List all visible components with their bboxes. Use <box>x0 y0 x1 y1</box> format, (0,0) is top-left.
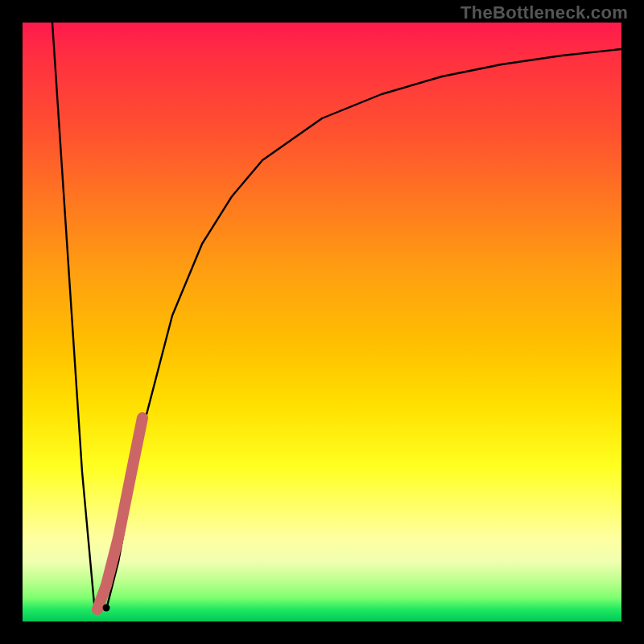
chart-svg <box>23 23 621 621</box>
highlight-segment <box>97 418 142 609</box>
curve-minimum-dot <box>103 605 110 612</box>
bottleneck-curve <box>52 23 621 609</box>
plot-area <box>23 23 621 621</box>
chart-frame: TheBottleneck.com <box>0 0 644 644</box>
watermark-text: TheBottleneck.com <box>460 2 628 23</box>
